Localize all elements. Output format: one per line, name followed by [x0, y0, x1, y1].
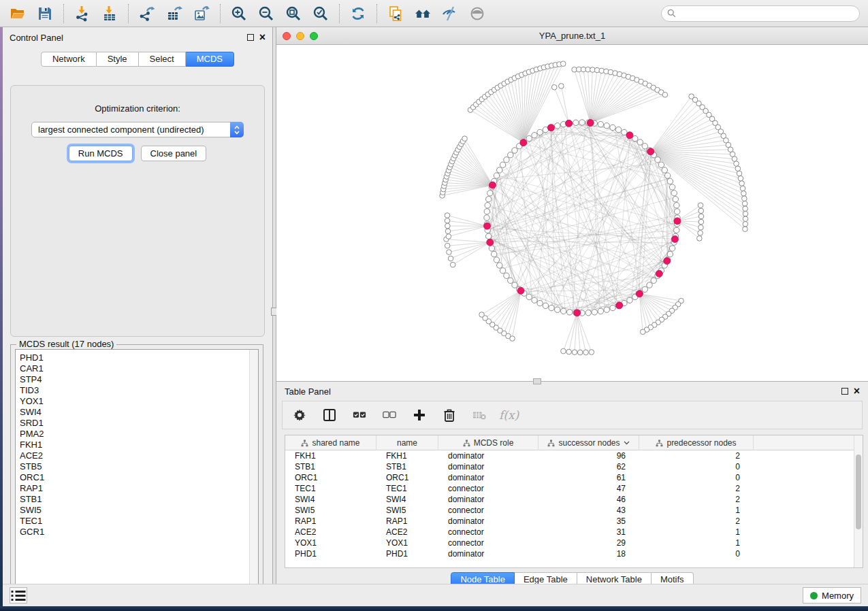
graph-satellite-node[interactable] — [698, 219, 704, 225]
horizontal-splitter-handle[interactable] — [533, 378, 541, 384]
float-table-panel-icon[interactable] — [841, 388, 848, 395]
graph-node[interactable] — [537, 300, 543, 306]
graph-dominator-node[interactable] — [587, 120, 594, 127]
graph-satellite-node[interactable] — [698, 214, 704, 219]
maximize-window-icon[interactable] — [310, 32, 318, 40]
column-header-shared-name[interactable]: shared name — [285, 435, 376, 450]
graph-node[interactable] — [567, 310, 573, 315]
graph-satellite-node[interactable] — [561, 348, 566, 354]
network-search-box[interactable] — [661, 5, 860, 22]
deselect-all-rows-button[interactable] — [379, 405, 400, 425]
graph-satellite-node[interactable] — [560, 61, 566, 67]
graph-node[interactable] — [651, 278, 656, 283]
minimize-window-icon[interactable] — [296, 32, 304, 40]
select-all-rows-button[interactable] — [349, 405, 370, 425]
graph-satellite-node[interactable] — [734, 161, 739, 167]
graph-satellite-node[interactable] — [445, 229, 451, 234]
float-panel-icon[interactable] — [247, 34, 254, 41]
graph-satellite-node[interactable] — [448, 256, 453, 261]
graph-node[interactable] — [604, 123, 609, 129]
graph-dominator-node[interactable] — [671, 235, 678, 242]
mcds-result-item[interactable]: TEC1 — [20, 516, 249, 527]
graph-node[interactable] — [485, 233, 491, 239]
graph-satellite-node[interactable] — [739, 181, 745, 186]
import-table-button[interactable] — [97, 2, 122, 25]
graph-node[interactable] — [555, 123, 560, 129]
mcds-list-scrollbar[interactable] — [249, 350, 258, 592]
graph-dominator-node[interactable] — [484, 222, 491, 229]
table-row[interactable]: FKH1FKH1dominator962 — [285, 450, 854, 461]
mcds-result-item[interactable]: CAR1 — [20, 363, 249, 374]
mcds-result-item[interactable]: RAP1 — [20, 483, 249, 494]
graph-satellite-node[interactable] — [735, 166, 741, 171]
task-history-button[interactable] — [10, 587, 27, 604]
column-header-successor-nodes[interactable]: successor nodes — [539, 435, 639, 450]
graph-node[interactable] — [610, 305, 615, 310]
graph-node[interactable] — [494, 173, 499, 178]
table-settings-button[interactable] — [289, 405, 310, 425]
graph-satellite-node[interactable] — [743, 206, 748, 212]
graph-node[interactable] — [674, 227, 679, 233]
graph-satellite-node[interactable] — [741, 191, 747, 197]
optimization-criterion-dropdown[interactable]: largest connected component (undirected) — [31, 122, 244, 137]
mcds-result-item[interactable]: TID3 — [20, 385, 249, 396]
graph-node[interactable] — [543, 303, 548, 308]
close-table-panel-icon[interactable]: × — [854, 388, 860, 395]
tab-select[interactable]: Select — [139, 52, 186, 67]
mcds-result-item[interactable]: SWI5 — [20, 505, 249, 516]
graph-satellite-node[interactable] — [740, 186, 745, 191]
open-session-button[interactable] — [5, 2, 30, 25]
graph-node[interactable] — [526, 135, 532, 141]
graph-node[interactable] — [637, 139, 643, 145]
graph-node[interactable] — [669, 184, 675, 190]
close-panel-button[interactable]: Close panel — [141, 146, 207, 161]
graph-node[interactable] — [549, 305, 554, 310]
graph-node[interactable] — [532, 297, 537, 303]
close-panel-icon[interactable]: × — [259, 34, 266, 41]
table-row[interactable]: STB1STB1dominator620 — [285, 461, 854, 472]
tab-mcds[interactable]: MCDS — [186, 52, 234, 67]
graph-node[interactable] — [512, 282, 517, 288]
delete-table-button[interactable] — [469, 405, 489, 425]
graph-node[interactable] — [526, 294, 532, 299]
graph-satellite-node[interactable] — [462, 136, 468, 142]
tab-network[interactable]: Network — [41, 52, 97, 67]
graph-satellite-node[interactable] — [566, 349, 572, 354]
graph-node[interactable] — [484, 215, 489, 220]
graph-node[interactable] — [598, 308, 603, 314]
graph-node[interactable] — [489, 246, 494, 251]
graph-node[interactable] — [560, 308, 566, 314]
zoom-in-button[interactable] — [227, 2, 251, 25]
graph-node[interactable] — [642, 144, 647, 149]
graph-satellite-node[interactable] — [445, 213, 450, 218]
graph-satellite-node[interactable] — [583, 350, 589, 355]
graph-node[interactable] — [604, 307, 609, 312]
table-scrollbar[interactable] — [854, 435, 863, 567]
graph-satellite-node[interactable] — [445, 218, 450, 224]
graph-node[interactable] — [532, 133, 537, 138]
graph-node[interactable] — [615, 127, 621, 132]
column-header-predecessor-nodes[interactable]: predecessor nodes — [639, 435, 754, 450]
graph-dominator-node[interactable] — [674, 218, 681, 225]
zoom-selected-button[interactable] — [308, 2, 333, 25]
graph-satellite-node[interactable] — [479, 312, 485, 318]
graph-dominator-node[interactable] — [574, 310, 581, 316]
column-header-name[interactable]: name — [376, 435, 438, 450]
graph-node[interactable] — [485, 203, 490, 208]
graph-node[interactable] — [494, 257, 499, 263]
graph-satellite-node[interactable] — [743, 216, 748, 222]
table-row[interactable]: SWI4SWI4dominator462 — [285, 494, 854, 505]
graph-satellite-node[interactable] — [640, 329, 645, 335]
graph-node[interactable] — [504, 157, 509, 163]
mcds-result-item[interactable]: GCR1 — [20, 527, 249, 538]
graph-node[interactable] — [592, 310, 597, 315]
table-row[interactable]: SWI5SWI5connector431 — [285, 505, 854, 516]
graph-node[interactable] — [671, 191, 677, 196]
graph-node[interactable] — [500, 162, 505, 167]
graph-satellite-node[interactable] — [698, 231, 703, 236]
table-scrollbar-thumb[interactable] — [856, 455, 861, 529]
graph-dominator-node[interactable] — [489, 182, 496, 188]
graph-node[interactable] — [673, 196, 678, 201]
graph-node[interactable] — [667, 251, 673, 257]
memory-button[interactable]: Memory — [803, 587, 861, 604]
